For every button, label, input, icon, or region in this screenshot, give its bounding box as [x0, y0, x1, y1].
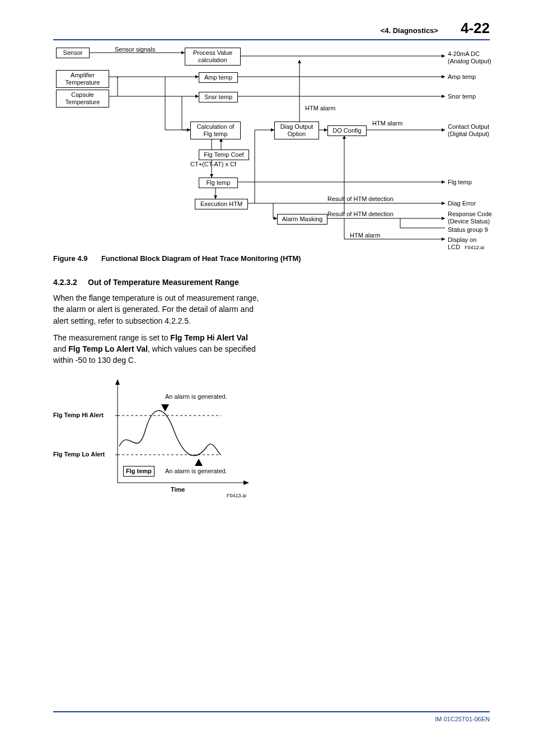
diagram-lines — [53, 46, 490, 253]
label-lo-alert: Flg Temp Lo Alert — [53, 451, 105, 458]
box-snsr-temp: Snsr temp — [199, 92, 238, 102]
paragraph-1: When the flange temperature is out of me… — [53, 292, 260, 326]
box-sensor: Sensor — [56, 48, 90, 58]
paragraph-2: The measurement range is set to Flg Temp… — [53, 332, 260, 366]
section-number: 4.2.3.2 — [53, 278, 88, 287]
box-amplifier-temperature: Amplifier Temperature — [56, 70, 109, 88]
output-analog: 4-20mA DC (Analog Output) — [448, 50, 491, 65]
page-header: <4. Diagnostics> 4-22 — [53, 20, 490, 40]
svg-marker-34 — [115, 379, 120, 385]
box-calc-flg-temp: Calculation of Flg temp — [190, 122, 241, 139]
label-flg-temp-legend: Flg temp — [123, 466, 154, 477]
section-4-2-3-2-heading: 4.2.3.2 Out of Temperature Measurement R… — [53, 278, 490, 287]
label-htm-alarm-2: HTM alarm — [372, 120, 402, 127]
box-alarm-masking: Alarm Masking — [277, 214, 327, 225]
box-do-config: DO Config — [327, 125, 367, 136]
page-number: 4-22 — [461, 20, 490, 37]
box-capsule-temperature: Capsule Temperature — [56, 90, 109, 108]
section-title: Out of Temperature Measurement Range — [88, 278, 239, 287]
output-diag-error: Diag Error — [448, 200, 476, 207]
label-htm-alarm-1: HTM alarm — [305, 105, 335, 112]
label-result-htm-1: Result of HTM detection — [327, 195, 394, 203]
output-snsr-temp: Snsr temp — [448, 93, 476, 100]
label-result-htm-2: Result of HTM detection — [327, 211, 394, 218]
figure-4-9-diagram: Sensor Amplifier Temperature Capsule Tem… — [53, 46, 490, 253]
box-amp-temp: Amp temp — [199, 72, 238, 83]
box-flg-temp: Flg temp — [199, 178, 238, 188]
figure-title: Functional Block Diagram of Heat Trace M… — [101, 254, 301, 263]
document-id: IM 01C25T01-06EN — [435, 716, 490, 722]
figure-number: Figure 4.9 — [53, 254, 87, 263]
label-alarm-upper: An alarm is generated. — [165, 393, 227, 400]
box-pv-calculation: Process Value calculation — [185, 48, 241, 66]
page-footer: IM 01C25T01-06EN — [53, 711, 490, 722]
label-htm-alarm-3: HTM alarm — [350, 232, 380, 239]
box-execution-htm: Execution HTM — [195, 199, 248, 209]
figure-alert-chart: Flg Temp Hi Alert Flg Temp Lo Alert An a… — [53, 376, 255, 505]
label-hi-alert: Flg Temp Hi Alert — [53, 412, 104, 419]
fig-ref-2: F0413.ai — [227, 493, 246, 499]
output-response-code: Response Code (Device Status) — [448, 211, 492, 225]
figure-4-9-caption: Figure 4.9 Functional Block Diagram of H… — [53, 253, 490, 263]
output-contact: Contact Output (Digital Output) — [448, 123, 489, 138]
label-sensor-signals: Sensor signals — [115, 46, 155, 53]
label-time-axis: Time — [171, 486, 185, 493]
box-diag-output-option: Diag Output Option — [274, 122, 319, 139]
output-flg-temp: Flg temp — [448, 179, 472, 186]
box-flg-temp-coef: Flg Temp Coef — [199, 150, 249, 160]
output-status-group: Status group 9 — [448, 226, 488, 234]
label-alarm-lower: An alarm is generated. — [165, 468, 227, 475]
label-formula: CT+(CT-AT) x Cf — [190, 161, 236, 168]
fig-ref-1: F0412.ai — [465, 245, 484, 251]
svg-marker-39 — [195, 459, 203, 466]
svg-marker-38 — [161, 404, 169, 412]
output-amp-temp: Amp temp — [448, 73, 476, 81]
svg-marker-35 — [243, 480, 249, 485]
chapter-label: <4. Diagnostics> — [381, 26, 438, 35]
